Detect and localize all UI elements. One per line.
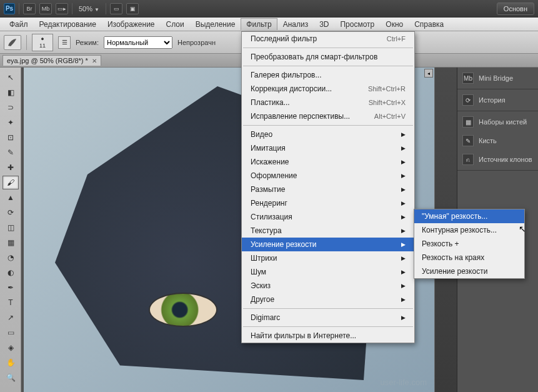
submenu-item-усиление-резкости[interactable]: Усиление резкости [414,264,524,278]
menu-item-усиление-резкости[interactable]: Усиление резкости▶ [242,238,414,251]
document-tab[interactable]: eya.jpg @ 50% (RGB/8*) * ✕ [2,55,101,66]
separator [72,3,72,14]
blend-mode-select[interactable]: Нормальный [104,36,172,49]
tool-brush[interactable]: 🖌 [2,176,19,189]
separator [26,35,27,50]
menu-item-имитация[interactable]: Имитация▶ [242,141,414,155]
chevron-down-icon: ▼ [94,7,99,13]
menu-item-найти-фильтры-в-интернете-[interactable]: Найти фильтры в Интернете... [242,329,414,343]
menu-item-коррекция-дисторсии-[interactable]: Коррекция дисторсии...Shift+Ctrl+R [242,82,414,96]
submenu-item-резкость-на-краях[interactable]: Резкость на краях [414,251,524,264]
workspace-switcher[interactable]: Основн [497,3,534,15]
tool-zoom[interactable]: 🔍 [2,371,19,384]
menu-выделение[interactable]: Выделение [190,18,241,31]
tool-heal[interactable]: ✚ [2,161,19,174]
submenu-item-резкость-[interactable]: Резкость + [414,237,524,251]
menu-слои[interactable]: Слои [161,18,190,31]
menu-item-последний-фильтр[interactable]: Последний фильтрCtrl+F [242,32,414,46]
tool-lasso[interactable]: ⊃ [2,101,19,114]
minibridge-icon[interactable]: Mb [39,3,52,14]
screenmode-icon[interactable]: ▣ [126,3,139,14]
menu-файл[interactable]: Файл [4,18,34,31]
submenu-arrow-icon: ▶ [401,255,406,261]
tool-history[interactable]: ⟳ [2,206,19,219]
panel-история[interactable]: ⟳История [457,91,538,109]
tool-stamp[interactable]: ▲ [2,191,19,204]
document-title: eya.jpg @ 50% (RGB/8*) * [7,57,88,64]
menu-анализ[interactable]: Анализ [277,18,314,31]
submenu-item--умная-резкость-[interactable]: "Умная" резкость... [414,209,524,223]
menu-item-рендеринг[interactable]: Рендеринг▶ [242,196,414,210]
panel-источник-клонов[interactable]: ⎌Источник клонов [457,150,538,169]
menu-item-галерея-фильтров-[interactable]: Галерея фильтров... [242,68,414,82]
menu-3d[interactable]: 3D [314,18,334,31]
bridge-icon[interactable]: Br [23,3,36,14]
menu-item-другое[interactable]: Другое▶ [242,293,414,306]
tool-move[interactable]: ↖ [2,71,19,84]
brush-preset-picker[interactable]: ● 11 [32,34,53,51]
menu-item-штрихи[interactable]: Штрихи▶ [242,251,414,265]
zoom-level[interactable]: 50% ▼ [76,5,102,13]
close-icon[interactable]: ✕ [92,58,97,64]
submenu-item-контурная-резкость-[interactable]: Контурная резкость... [414,223,524,237]
brush-panel-toggle[interactable]: ☰ [58,36,71,49]
submenu-arrow-icon: ▶ [401,145,406,151]
brush-dot-icon: ● [41,36,44,42]
menu-просмотр[interactable]: Просмотр [334,18,380,31]
menu-окно[interactable]: Окно [380,18,409,31]
menu-item-label: Оформление [251,171,297,180]
menu-item-пластика-[interactable]: Пластика...Shift+Ctrl+X [242,96,414,109]
panel-mini-bridge[interactable]: MbMini Bridge [457,69,538,88]
menu-item-label: Найти фильтры в Интернете... [251,331,356,340]
menu-изображение[interactable]: Изображение [102,18,161,31]
menu-item-оформление[interactable]: Оформление▶ [242,169,414,183]
tool-preset-picker[interactable] [4,35,21,50]
panel-наборы-кистей[interactable]: ▦Наборы кистей [457,113,538,131]
menu-item-размытие[interactable]: Размытие▶ [242,183,414,196]
menu-item-преобразовать-для-смарт-фильтров[interactable]: Преобразовать для смарт-фильтров [242,50,414,64]
menu-item-label: Усиление резкости [251,240,316,249]
menu-редактирование[interactable]: Редактирование [34,18,102,31]
tool-eraser[interactable]: ◫ [2,221,19,234]
tool-3d[interactable]: ◈ [2,341,19,354]
menu-справка[interactable]: Справка [409,18,449,31]
separator [106,3,106,14]
menu-item-текстура[interactable]: Текстура▶ [242,224,414,238]
tool-gradient[interactable]: ▦ [2,236,19,249]
menu-item-видео[interactable]: Видео▶ [242,128,414,141]
menu-item-label: Рендеринг [251,199,287,208]
menu-item-label: Стилизация [251,213,292,221]
panel-кисть[interactable]: ✎Кисть [457,131,538,150]
watermark-text: user-life.com [381,378,427,387]
tool-eyedropper[interactable]: ✎ [2,146,19,159]
tool-marquee[interactable]: ◧ [2,86,19,99]
menu-item-label: Шум [251,268,266,276]
tool-wand[interactable]: ✦ [2,116,19,129]
menu-item-digimarc[interactable]: Digimarc▶ [242,311,414,324]
tools-panel: ↖◧⊃✦⊡✎✚🖌▲⟳◫▦◔◐✒T↗▭◈✋🔍 [0,68,21,392]
tool-dodge[interactable]: ◐ [2,266,19,279]
panel-icon: ⎌ [462,154,474,165]
menu-item-исправление-перспективы-[interactable]: Исправление перспективы...Alt+Ctrl+V [242,109,414,123]
tool-shape[interactable]: ▭ [2,326,19,339]
viewextras-icon[interactable]: ▭ [110,3,122,14]
collapse-panels-icon[interactable]: ◂ [424,69,433,78]
tool-crop[interactable]: ⊡ [2,131,19,144]
tool-type[interactable]: T [2,296,19,309]
layout-icon[interactable]: ▭▸ [56,3,68,14]
menu-shortcut: Ctrl+F [387,35,406,43]
menu-item-шум[interactable]: Шум▶ [242,265,414,279]
menu-item-искажение[interactable]: Искажение▶ [242,155,414,169]
menu-фильтр[interactable]: Фильтр [241,18,277,30]
tool-pen[interactable]: ✒ [2,281,19,294]
panel-group: ▦Наборы кистей✎Кисть⎌Источник клонов [457,111,538,171]
panel-label: Кисть [479,137,497,144]
submenu-arrow-icon: ▶ [401,173,406,179]
menu-item-label: Эскиз [251,281,271,290]
menu-item-эскиз[interactable]: Эскиз▶ [242,279,414,293]
tool-path[interactable]: ↗ [2,311,19,324]
menu-item-стилизация[interactable]: Стилизация▶ [242,210,414,224]
tool-blur[interactable]: ◔ [2,251,19,264]
tool-hand[interactable]: ✋ [2,356,19,369]
panel-label: Наборы кистей [479,118,527,126]
